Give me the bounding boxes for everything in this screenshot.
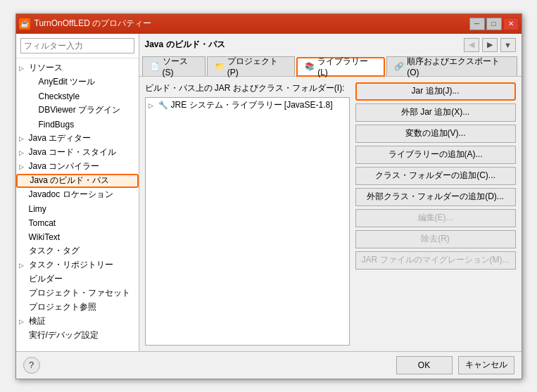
filter-input-area — [16, 34, 139, 58]
sidebar-item-tomcat[interactable]: Tomcat — [16, 216, 139, 230]
jar-list-label: ビルド・パス上の JAR およびクラス・フォルダー(I): — [145, 82, 350, 94]
sidebar-item-java-compiler[interactable]: ▷ Java コンパイラー — [16, 160, 139, 174]
sidebar-item-label: プロジェクト参照 — [29, 301, 96, 313]
sidebar-item-label: 実行/デバッグ設定 — [29, 329, 99, 341]
tab-order-export[interactable]: 🔗 順序およびエクスポート(O) — [386, 56, 517, 76]
sidebar-item-java-code-style[interactable]: ▷ Java コード・スタイル — [16, 146, 139, 160]
migrate-jar-button[interactable]: JAR ファイルのマイグレーション(M)... — [355, 251, 516, 270]
sidebar-item-label: ビルダー — [29, 273, 63, 285]
sidebar-item-label: Limy — [29, 204, 46, 214]
sidebar-item-run-debug[interactable]: 実行/デバッグ設定 — [16, 329, 139, 343]
sidebar-item-label: Java のビルド・パス — [30, 175, 110, 186]
sidebar-item-label: DBViewer プラグイン — [39, 104, 120, 116]
sidebar-item-wikitext[interactable]: WikiText — [16, 230, 139, 244]
expand-icon: ▷ — [19, 135, 29, 142]
expand-icon: ▷ — [19, 149, 29, 156]
tab-projects[interactable]: 📁 プロジェクト(P) — [207, 56, 295, 76]
remove-button[interactable]: 除去(R) — [355, 230, 516, 248]
expand-icon: ▷ — [19, 262, 29, 269]
tab-source[interactable]: 📄 ソース(S) — [142, 56, 206, 76]
expand-icon: ▷ — [19, 65, 29, 72]
sidebar-item-label: Java コード・スタイル — [29, 146, 117, 158]
tabs-row: 📄 ソース(S) 📁 プロジェクト(P) 📚 ライブラリー(L) 🔗 順序および… — [139, 56, 522, 77]
jre-label: JRE システム・ライブラリー [JavaSE-1.8] — [171, 99, 333, 111]
sidebar-item-label: リソース — [29, 62, 63, 74]
main-window: ☕ TurnOnOffLED のプロパティー ─ □ ✕ ▷ リソース — [15, 13, 522, 379]
nav-dropdown-button[interactable]: ▼ — [500, 38, 516, 52]
sidebar-item-java-editor[interactable]: ▷ Java エディター — [16, 132, 139, 146]
tab-libraries[interactable]: 📚 ライブラリー(L) — [296, 57, 385, 77]
sidebar-item-limy[interactable]: Limy — [16, 202, 139, 216]
sidebar-item-label: プロジェクト・ファセット — [29, 287, 130, 299]
title-bar-left: ☕ TurnOnOffLED のプロパティー — [19, 18, 152, 30]
add-variable-button[interactable]: 変数の追加(V)... — [355, 125, 516, 143]
add-jar-button[interactable]: Jar 追加(J)... — [355, 82, 516, 101]
nav-buttons: ◀ ▶ ▼ — [464, 38, 516, 52]
add-library-button[interactable]: ライブラリーの追加(A)... — [355, 146, 516, 164]
sidebar-item-anyedit[interactable]: AnyEdit ツール — [16, 75, 139, 89]
projects-tab-label: プロジェクト(P) — [227, 56, 287, 77]
sidebar-item-label: Java コンパイラー — [29, 160, 100, 172]
order-tab-label: 順序およびエクスポート(O) — [407, 56, 509, 77]
sidebar-item-javadoc[interactable]: Javadoc ロケーション — [16, 188, 139, 202]
right-panel: Java のビルド・パス ◀ ▶ ▼ 📄 ソース(S) 📁 プ — [139, 34, 522, 351]
sidebar-item-resource[interactable]: ▷ リソース — [16, 61, 139, 75]
sidebar-item-label: AnyEdit ツール — [39, 76, 96, 88]
sidebar-item-builder[interactable]: ビルダー — [16, 272, 139, 286]
right-header: Java のビルド・パス ◀ ▶ ▼ — [139, 34, 522, 56]
back-button[interactable]: ◀ — [464, 38, 479, 52]
bottom-right-buttons: OK キャンセル — [396, 356, 514, 374]
sidebar-item-label: Tomcat — [29, 218, 56, 228]
sidebar-item-project-facets[interactable]: プロジェクト・ファセット — [16, 286, 139, 301]
source-tab-icon: 📄 — [150, 62, 160, 71]
add-external-class-folder-button[interactable]: 外部クラス・フォルダーの追加(D)... — [355, 188, 516, 206]
expand-icon: ▷ — [19, 163, 29, 170]
help-button[interactable]: ? — [23, 357, 40, 374]
jre-icon: 🔧 — [158, 101, 168, 110]
restore-button[interactable]: □ — [486, 18, 502, 30]
cancel-button[interactable]: キャンセル — [458, 356, 514, 374]
jre-expand-icon: ▷ — [149, 102, 158, 109]
forward-button[interactable]: ▶ — [482, 38, 498, 52]
jar-list-box[interactable]: ▷ 🔧 JRE システム・ライブラリー [JavaSE-1.8] — [145, 97, 350, 346]
sidebar-item-label: FindBugs — [39, 120, 75, 129]
expand-icon: ▷ — [19, 318, 29, 325]
add-class-folder-button[interactable]: クラス・フォルダーの追加(C)... — [355, 167, 516, 185]
sidebar-item-findbugs[interactable]: FindBugs — [16, 118, 139, 132]
action-buttons: Jar 追加(J)... 外部 Jar 追加(X)... 変数の追加(V)...… — [355, 82, 516, 346]
right-panel-title: Java のビルド・パス — [145, 39, 225, 51]
sidebar-tree: ▷ リソース AnyEdit ツール Checkstyle DBViewer プ… — [16, 58, 139, 351]
close-button[interactable]: ✕ — [503, 18, 519, 30]
sidebar-item-label: Java エディター — [29, 132, 91, 144]
minimize-button[interactable]: ─ — [469, 18, 485, 30]
jre-library-item[interactable]: ▷ 🔧 JRE システム・ライブラリー [JavaSE-1.8] — [146, 98, 349, 113]
sidebar-item-checkstyle[interactable]: Checkstyle — [16, 89, 139, 103]
window-title: TurnOnOffLED のプロパティー — [34, 18, 152, 30]
sidebar-item-java-build-path[interactable]: Java のビルド・パス — [16, 174, 139, 188]
sidebar-item-label: WikiText — [29, 232, 61, 242]
sidebar-item-label: タスク・タグ — [29, 245, 80, 257]
jar-list-area: ビルド・パス上の JAR およびクラス・フォルダー(I): ▷ 🔧 JRE シス… — [145, 82, 350, 346]
add-external-jar-button[interactable]: 外部 Jar 追加(X)... — [355, 103, 516, 122]
title-bar-buttons: ─ □ ✕ — [469, 18, 519, 30]
window-body: ▷ リソース AnyEdit ツール Checkstyle DBViewer プ… — [16, 34, 522, 379]
main-content: ビルド・パス上の JAR およびクラス・フォルダー(I): ▷ 🔧 JRE シス… — [139, 77, 522, 351]
sidebar-item-label: Checkstyle — [39, 91, 80, 101]
app-icon: ☕ — [19, 18, 30, 30]
ok-button[interactable]: OK — [396, 356, 453, 374]
title-bar: ☕ TurnOnOffLED のプロパティー ─ □ ✕ — [16, 14, 522, 34]
sidebar-item-validation[interactable]: ▷ 検証 — [16, 315, 139, 329]
source-tab-label: ソース(S) — [163, 56, 198, 77]
libraries-tab-icon: 📚 — [305, 62, 315, 71]
bottom-bar: ? OK キャンセル — [16, 351, 522, 379]
order-tab-icon: 🔗 — [394, 62, 404, 71]
edit-button[interactable]: 編集(E)... — [355, 209, 516, 227]
sidebar-item-label: タスク・リポジトリー — [29, 259, 113, 271]
sidebar-item-task-tag[interactable]: タスク・タグ — [16, 244, 139, 258]
filter-input[interactable] — [20, 38, 134, 53]
sidebar-item-label: 検証 — [29, 315, 46, 327]
sidebar-item-project-ref[interactable]: プロジェクト参照 — [16, 301, 139, 315]
projects-tab-icon: 📁 — [215, 62, 225, 71]
sidebar-item-task-repo[interactable]: ▷ タスク・リポジトリー — [16, 258, 139, 272]
sidebar-item-dbviewer[interactable]: DBViewer プラグイン — [16, 103, 139, 118]
